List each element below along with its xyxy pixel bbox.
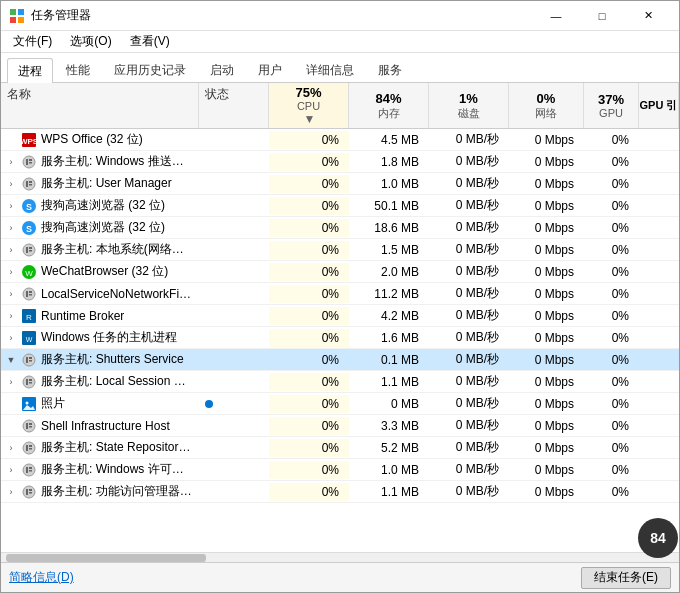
svg-rect-45 [29,423,32,425]
process-gpumem [639,446,679,450]
process-gpu: 0% [584,417,639,435]
end-task-button[interactable]: 结束任务(E) [581,567,671,589]
process-memory: 3.3 MB [349,417,429,435]
process-gpumem [639,138,679,142]
process-disk: 0 MB/秒 [429,173,509,194]
expand-button[interactable]: › [5,486,17,498]
process-gpu: 0% [584,285,639,303]
tab-processes[interactable]: 进程 [7,58,53,83]
col-cpu[interactable]: 75% CPU ▼ [269,83,349,128]
process-disk: 0 MB/秒 [429,261,509,282]
table-row[interactable]: ›S搜狗高速浏览器 (32 位)0%18.6 MB0 MB/秒0 Mbps0% [1,217,679,239]
col-network[interactable]: 0% 网络 [509,83,584,128]
col-gpumem[interactable]: GPU 引 [639,83,679,128]
tab-details[interactable]: 详细信息 [295,58,365,82]
process-cpu: 0% [269,307,349,325]
tab-performance[interactable]: 性能 [55,58,101,82]
table-row[interactable]: ›WWeChatBrowser (32 位)0%2.0 MB0 MB/秒0 Mb… [1,261,679,283]
svg-rect-7 [26,159,28,165]
window-controls: — □ ✕ [533,1,671,31]
col-gpu[interactable]: 37% GPU [584,83,639,128]
expand-button[interactable]: › [5,310,17,322]
expand-button[interactable]: › [5,332,17,344]
summary-link[interactable]: 简略信息(D) [9,569,74,586]
table-row[interactable]: ›服务主机: 本地系统(网络受限)0%1.5 MB0 MB/秒0 Mbps0% [1,239,679,261]
table-row[interactable]: ›S搜狗高速浏览器 (32 位)0%50.1 MB0 MB/秒0 Mbps0% [1,195,679,217]
svg-text:R: R [26,313,32,322]
process-cpu: 0% [269,439,349,457]
table-row[interactable]: ›LocalServiceNoNetworkFirew...0%11.2 MB0… [1,283,679,305]
process-cpu: 0% [269,373,349,391]
process-status [199,358,269,362]
menu-bar: 文件(F) 选项(O) 查看(V) [1,31,679,53]
svg-rect-37 [26,379,28,385]
col-status[interactable]: 状态 [199,83,269,128]
horizontal-scrollbar[interactable] [1,552,679,562]
process-icon [21,396,37,412]
table-row[interactable]: ›WWindows 任务的主机进程0%1.6 MB0 MB/秒0 Mbps0% [1,327,679,349]
table-row[interactable]: ›服务主机: Local Session Man...0%1.1 MB0 MB/… [1,371,679,393]
expand-button[interactable]: › [5,464,17,476]
svg-rect-38 [29,379,32,381]
process-cpu: 0% [269,219,349,237]
table-row[interactable]: Shell Infrastructure Host0%3.3 MB0 MB/秒0… [1,415,679,437]
expand-button[interactable]: › [5,178,17,190]
table-row[interactable]: ›服务主机: Windows 许可证书...0%1.0 MB0 MB/秒0 Mb… [1,459,679,481]
svg-rect-25 [26,291,28,297]
table-row[interactable]: ›服务主机: User Manager0%1.0 MB0 MB/秒0 Mbps0… [1,173,679,195]
svg-rect-8 [29,159,32,161]
tab-apphistory[interactable]: 应用历史记录 [103,58,197,82]
tab-services[interactable]: 服务 [367,58,413,82]
tab-startup[interactable]: 启动 [199,58,245,82]
table-row[interactable]: ›服务主机: State Repository Se...0%5.2 MB0 M… [1,437,679,459]
maximize-button[interactable]: □ [579,1,625,31]
table-row[interactable]: 照片0%0 MB0 MB/秒0 Mbps0% [1,393,679,415]
expand-button[interactable]: › [5,222,17,234]
expand-button[interactable]: › [5,200,17,212]
process-name-cell: ›服务主机: User Manager [1,173,199,194]
col-memory[interactable]: 84% 内存 [349,83,429,128]
expand-button[interactable]: › [5,376,17,388]
process-disk: 0 MB/秒 [429,393,509,414]
tab-users[interactable]: 用户 [247,58,293,82]
expand-button[interactable]: › [5,442,17,454]
expand-button[interactable]: ▼ [5,354,17,366]
process-gpumem [639,402,679,406]
table-row[interactable]: ›服务主机: Windows 推送通知...0%1.8 MB0 MB/秒0 Mb… [1,151,679,173]
process-status [199,336,269,340]
table-row[interactable]: ›RRuntime Broker0%4.2 MB0 MB/秒0 Mbps0% [1,305,679,327]
process-name-label: 服务主机: Windows 许可证书... [41,461,195,478]
sort-arrow-icon: ▼ [304,112,316,126]
scrollbar-thumb[interactable] [6,554,206,562]
expand-button[interactable]: › [5,288,17,300]
process-name-label: WeChatBrowser (32 位) [41,263,168,280]
process-gpu: 0% [584,175,639,193]
process-cpu: 0% [269,153,349,171]
process-icon [21,462,37,478]
expand-button[interactable]: › [5,266,17,278]
table-row[interactable]: ▼服务主机: Shutters Service0%0.1 MB0 MB/秒0 M… [1,349,679,371]
process-icon: R [21,308,37,324]
process-disk: 0 MB/秒 [429,459,509,480]
col-disk[interactable]: 1% 磁盘 [429,83,509,128]
table-row[interactable]: ›服务主机: 功能访问管理器服务0%1.1 MB0 MB/秒0 Mbps0% [1,481,679,503]
process-icon: S [21,198,37,214]
process-gpumem [639,182,679,186]
process-gpumem [639,424,679,428]
minimize-button[interactable]: — [533,1,579,31]
table-row[interactable]: WPSWPS Office (32 位)0%4.5 MB0 MB/秒0 Mbps… [1,129,679,151]
process-name-label: 搜狗高速浏览器 (32 位) [41,219,165,236]
expand-button[interactable]: › [5,244,17,256]
menu-file[interactable]: 文件(F) [5,31,60,52]
menu-options[interactable]: 选项(O) [62,31,119,52]
process-disk: 0 MB/秒 [429,371,509,392]
close-button[interactable]: ✕ [625,1,671,31]
svg-rect-27 [29,294,32,296]
process-status [199,204,269,208]
expand-button[interactable]: › [5,156,17,168]
col-name[interactable]: 名称 [1,83,199,128]
menu-view[interactable]: 查看(V) [122,31,178,52]
svg-rect-54 [29,470,32,472]
process-list[interactable]: WPSWPS Office (32 位)0%4.5 MB0 MB/秒0 Mbps… [1,129,679,552]
process-disk: 0 MB/秒 [429,481,509,502]
